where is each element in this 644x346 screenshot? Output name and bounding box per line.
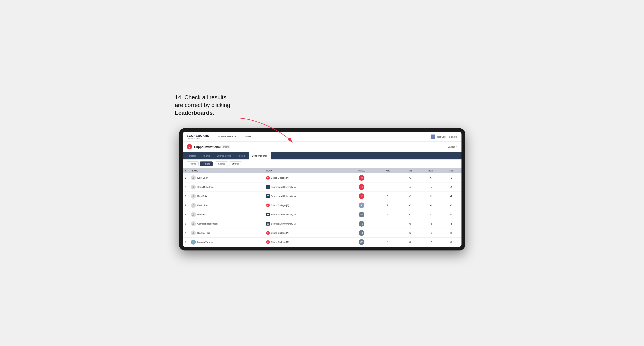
- filter-strokes[interactable]: Strokes: [229, 162, 242, 166]
- cell-rd2: +1: [420, 228, 441, 238]
- cell-player: Rees Britt: [189, 210, 264, 219]
- tab-results[interactable]: Results: [234, 152, 249, 160]
- tablet-frame: SCOREBOARD Powered by clippd TOURNAMENTS…: [179, 128, 465, 250]
- table-row: 7Blair McHargCClippd College [A]+9F+2+1+…: [183, 228, 462, 238]
- svg-point-3: [193, 195, 194, 196]
- cell-total: +11: [348, 238, 375, 247]
- tournament-badge: (Men): [222, 145, 230, 148]
- cancel-button[interactable]: Cancel ✕: [448, 146, 457, 148]
- cell-rd1: +2: [400, 228, 420, 238]
- tab-details[interactable]: Details: [186, 152, 200, 160]
- cell-rd3: -5: [441, 173, 462, 182]
- table-row: 1Elliot EbertCClippd College [A]-8F+3-6-…: [183, 173, 462, 182]
- cell-rd1: +2: [400, 238, 420, 247]
- team-logo-clippd: C: [266, 176, 270, 180]
- team-logo-clippd: C: [266, 240, 270, 244]
- svg-point-2: [193, 186, 194, 187]
- cell-thru: F: [375, 201, 400, 210]
- cell-total: -8: [348, 173, 375, 182]
- sign-out-link[interactable]: Sign out: [449, 136, 457, 138]
- cell-thru: F: [375, 228, 400, 238]
- player-name: Elliot Ebert: [198, 176, 208, 179]
- player-avatar: [191, 194, 196, 199]
- team-name: Scoreboard University [A]: [271, 195, 296, 197]
- cell-thru: F: [375, 210, 400, 219]
- player-avatar: [191, 175, 196, 180]
- cell-rank: 5: [183, 210, 189, 219]
- player-name: David Ford: [198, 204, 208, 207]
- team-name: Scoreboard University [A]: [271, 222, 296, 225]
- player-name: Blair McHarg: [198, 232, 210, 234]
- cell-rd1: -5: [400, 182, 420, 192]
- cell-team: Scoreboard University [A]: [264, 219, 348, 228]
- cell-rd3: -1: [441, 192, 462, 201]
- tab-leaderboards[interactable]: Leaderboards: [249, 152, 271, 160]
- team-logo-clippd: C: [266, 203, 270, 207]
- filter-teams[interactable]: Teams: [187, 162, 199, 166]
- col-rank: #: [183, 168, 189, 173]
- cell-player: Cameron Robertson: [189, 219, 264, 228]
- cell-team: Scoreboard University [A]: [264, 192, 348, 201]
- table-row: 2Chris RobertsonScoreboard University [A…: [183, 182, 462, 192]
- tablet-screen: SCOREBOARD Powered by clippd TOURNAMENTS…: [183, 132, 462, 247]
- cell-player: Marcus Turners: [189, 238, 264, 247]
- user-avatar: TU: [431, 135, 435, 139]
- col-rd3: RD3: [441, 168, 462, 173]
- cell-rd3: +3: [441, 201, 462, 210]
- cell-total: -2: [348, 192, 375, 201]
- nav-tournaments[interactable]: TOURNAMENTS: [215, 134, 240, 139]
- cell-team: CClippd College [A]: [264, 201, 348, 210]
- leaderboard-table: # PLAYER TEAM TOTAL THRU RD1 RD2 RD3 1El…: [183, 168, 462, 247]
- player-name: Chris Robertson: [198, 186, 214, 188]
- cell-thru: F: [375, 192, 400, 201]
- cell-rd2: E: [420, 210, 441, 219]
- team-name: Clippd College [A]: [271, 204, 289, 207]
- cell-rank: 6: [183, 219, 189, 228]
- col-team: TEAM: [264, 168, 348, 173]
- player-name: Cameron Robertson: [198, 222, 218, 225]
- cell-rd1: +5: [400, 219, 420, 228]
- svg-point-7: [193, 232, 194, 233]
- table-header-row: # PLAYER TEAM TOTAL THRU RD1 RD2 RD3: [183, 168, 462, 173]
- cell-team: CClippd College [A]: [264, 228, 348, 238]
- cell-rank: 2: [183, 182, 189, 192]
- nav-links: TOURNAMENTS TEAMS: [215, 134, 254, 139]
- cell-rd2: -2: [420, 192, 441, 201]
- cell-rd2: +2: [420, 219, 441, 228]
- team-name: Scoreboard University [A]: [271, 186, 296, 188]
- filter-players[interactable]: Players: [200, 162, 213, 166]
- tab-bar: Details Teams Course Setup Results Leade…: [183, 152, 462, 160]
- cell-player: Blair McHarg: [189, 228, 264, 238]
- team-name: Clippd College [A]: [271, 176, 289, 179]
- filter-scores[interactable]: Scores: [216, 162, 228, 166]
- table-row: 4David FordCClippd College [A]EF+1-4+3: [183, 201, 462, 210]
- player-avatar: [191, 221, 196, 226]
- player-avatar: [191, 203, 196, 208]
- tab-course-setup[interactable]: Course Setup: [213, 152, 234, 160]
- cell-rd3: +6: [441, 228, 462, 238]
- team-logo-scoreboard: [266, 222, 270, 226]
- nav-teams[interactable]: TEAMS: [240, 134, 254, 139]
- nav-right: TU Test User | Sign out: [431, 135, 458, 139]
- cell-rd1: +1: [400, 210, 420, 219]
- svg-point-8: [193, 241, 194, 242]
- col-thru: THRU: [375, 168, 400, 173]
- cell-rd3: -1: [441, 219, 462, 228]
- logo-area: SCOREBOARD Powered by clippd: [187, 134, 210, 139]
- cell-rd1: +1: [400, 201, 420, 210]
- leaderboard-body: 1Elliot EbertCClippd College [A]-8F+3-6-…: [183, 173, 462, 247]
- cell-total: +1: [348, 210, 375, 219]
- tab-teams[interactable]: Teams: [200, 152, 213, 160]
- cell-player: Rich Butler: [189, 192, 264, 201]
- team-logo-scoreboard: [266, 194, 270, 198]
- cell-rd2: -4: [420, 201, 441, 210]
- cell-thru: F: [375, 238, 400, 247]
- top-nav: SCOREBOARD Powered by clippd TOURNAMENTS…: [183, 132, 462, 142]
- cell-thru: F: [375, 182, 400, 192]
- cell-rank: 1: [183, 173, 189, 182]
- filter-row: Teams Players Scores Strokes: [183, 160, 462, 168]
- col-rd1: RD1: [400, 168, 420, 173]
- player-avatar: [191, 240, 196, 245]
- team-name: Clippd College [A]: [271, 232, 289, 234]
- cell-rank: 8: [183, 238, 189, 247]
